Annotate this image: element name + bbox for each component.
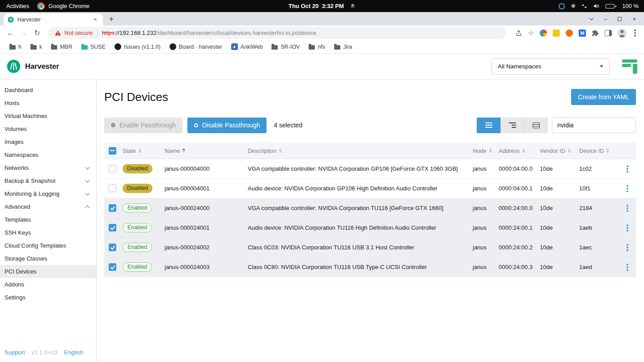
sidebar-item[interactable]: Storage Classes [0, 252, 96, 265]
row-actions-menu-icon[interactable] [627, 207, 628, 209]
extension-orange-icon[interactable] [566, 29, 573, 37]
share-icon[interactable] [515, 29, 522, 37]
sidebar-item-label: Hosts [4, 100, 19, 106]
bookmark-item[interactable]: k [26, 42, 46, 51]
bookmark-item[interactable]: SUSE [77, 42, 110, 51]
sidebar-item[interactable]: SSH Keys [0, 226, 96, 239]
maximize-button[interactable] [618, 17, 622, 21]
bookmark-icon [81, 45, 88, 50]
bookmark-item[interactable]: AnkiWeb [227, 42, 267, 51]
row-actions-menu-icon[interactable] [627, 266, 628, 268]
tab-search-icon[interactable] [589, 16, 594, 20]
row-actions-menu-icon[interactable] [627, 227, 628, 229]
extension-m-icon[interactable]: M [579, 29, 586, 37]
view-table-button[interactable] [524, 118, 548, 133]
device-name: janus-000024003 [162, 264, 246, 270]
back-button[interactable]: ← [4, 27, 16, 39]
device-description: Class 0C03: NVIDIA Corporation TU116 USB… [246, 244, 470, 251]
rancher-logo[interactable] [622, 59, 637, 74]
table-row[interactable]: Enabled janus-000024000 VGA compatible c… [104, 198, 636, 218]
sidebar-item[interactable]: Advanced [0, 200, 96, 213]
sidebar-item[interactable]: Addons [0, 278, 96, 291]
support-link[interactable]: Support [4, 349, 25, 356]
column-description[interactable]: Description [248, 147, 282, 154]
enable-passthrough-button[interactable]: Enable Passthrough [104, 118, 182, 133]
view-grouped-button[interactable] [500, 118, 524, 133]
row-actions-menu-icon[interactable] [627, 188, 628, 189]
minimize-button[interactable]: – [604, 16, 607, 22]
column-vendor-id[interactable]: Vendor ID [540, 147, 571, 154]
snowflake-indicator-icon: ❄ [571, 3, 576, 9]
search-input[interactable] [552, 117, 636, 133]
sidebar-item[interactable]: Backup & Snapshot [0, 174, 96, 187]
device-vendor-id: 10de [538, 244, 577, 251]
table-row[interactable]: Enabled janus-000024001 Audio device: NV… [104, 218, 636, 238]
focused-app[interactable]: Google Chrome [37, 2, 89, 10]
tab-close-icon[interactable]: × [92, 16, 99, 23]
column-address[interactable]: Address [499, 147, 525, 154]
activities-button[interactable]: Activities [6, 3, 29, 9]
profile-avatar[interactable] [618, 29, 627, 38]
select-all-checkbox[interactable] [109, 147, 116, 155]
row-checkbox[interactable] [109, 204, 116, 212]
sidebar-item[interactable]: Settings [0, 291, 96, 304]
extension-colorful-icon[interactable] [540, 29, 547, 37]
table-row[interactable]: Disabled janus-000004001 Audio device: N… [104, 179, 636, 198]
not-secure-label[interactable]: Not secure [64, 29, 93, 36]
sidebar-item[interactable]: Virtual Machines [0, 109, 96, 122]
row-checkbox[interactable] [109, 185, 116, 192]
column-name[interactable]: Name [165, 147, 185, 154]
row-checkbox[interactable] [109, 165, 116, 173]
bookmark-item[interactable]: MBR [47, 42, 76, 51]
window-close-button[interactable]: × [632, 16, 636, 22]
clock-menu[interactable]: Thu Oct 20 3:32 PM [288, 3, 356, 9]
column-device-id[interactable]: Device ID [579, 147, 609, 154]
bookmark-item[interactable]: Jira [330, 42, 356, 51]
address-bar[interactable]: Not secure https://192.168.1.232/dashboa… [48, 27, 506, 39]
row-checkbox[interactable] [109, 244, 116, 251]
sidebar-item[interactable]: Cloud Config Templates [0, 239, 96, 252]
device-device-id: 1aec [577, 244, 619, 251]
side-panel-icon[interactable] [605, 30, 612, 36]
bookmark-item[interactable]: SR-IOV [267, 42, 304, 51]
disable-passthrough-button[interactable]: Disable Passthrough [187, 118, 267, 133]
table-row[interactable]: Disabled janus-000004000 VGA compatible … [104, 159, 636, 179]
bookmark-item[interactable]: Issues (v1.1.0) [110, 42, 165, 51]
bookmark-item[interactable]: Board · harvester [165, 42, 226, 51]
namespace-selector[interactable]: All Namespaces [491, 58, 610, 75]
sidebar-item[interactable]: Dashboard [0, 84, 96, 97]
sidebar-item[interactable]: Volumes [0, 122, 96, 135]
create-from-yaml-button[interactable]: Create from YAML [571, 89, 636, 105]
column-state[interactable]: State [123, 147, 141, 154]
sidebar-item[interactable]: Templates [0, 213, 96, 226]
sidebar-item[interactable]: Namespaces [0, 148, 96, 161]
bookmark-item[interactable]: nfs [305, 42, 329, 51]
table-row[interactable]: Enabled janus-000024002 Class 0C03: NVID… [104, 238, 636, 257]
extension-yellow-icon[interactable] [553, 29, 560, 37]
row-checkbox[interactable] [109, 263, 116, 271]
row-actions-menu-icon[interactable] [627, 168, 628, 170]
row-actions-menu-icon[interactable] [627, 247, 628, 248]
battery-label: 100 % [622, 3, 639, 9]
sidebar-item[interactable]: Monitoring & Logging [0, 187, 96, 200]
url-path: /dashboard/harvester/c/local/devices.har… [157, 29, 316, 36]
sidebar-item[interactable]: Networks [0, 161, 96, 174]
language-link[interactable]: English [64, 349, 83, 356]
table-row[interactable]: Enabled janus-000024003 Class 0C80: NVID… [104, 257, 636, 277]
view-list-button[interactable] [477, 118, 500, 133]
bookmark-item[interactable]: h [5, 42, 25, 51]
bookmark-star-icon[interactable]: ☆ [528, 29, 534, 36]
extensions-puzzle-icon[interactable] [592, 29, 599, 37]
browser-tab[interactable]: Harvester × [4, 13, 103, 25]
forward-button[interactable]: → [18, 27, 30, 39]
column-node[interactable]: Node [473, 147, 492, 154]
sidebar-item[interactable]: PCI Devices [0, 265, 96, 278]
new-tab-button[interactable]: + [106, 13, 117, 25]
row-checkbox[interactable] [109, 224, 116, 232]
sidebar-item[interactable]: Images [0, 135, 96, 148]
system-tray[interactable]: ❄ 100 % [559, 3, 644, 9]
browser-menu-icon[interactable] [634, 32, 636, 34]
reload-button[interactable]: ↻ [31, 27, 43, 39]
bookmark-icon [51, 45, 57, 50]
sidebar-item[interactable]: Hosts [0, 97, 96, 109]
